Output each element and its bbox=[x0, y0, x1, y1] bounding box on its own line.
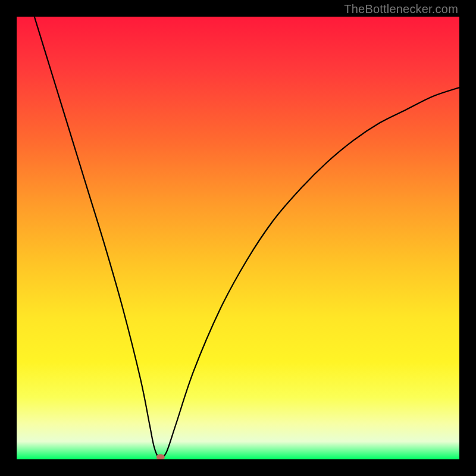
curve-layer bbox=[17, 17, 459, 459]
watermark-text: TheBottlenecker.com bbox=[344, 2, 458, 16]
chart-frame: TheBottlenecker.com bbox=[0, 0, 476, 476]
plot-area bbox=[17, 17, 459, 459]
bottleneck-curve bbox=[35, 17, 459, 458]
